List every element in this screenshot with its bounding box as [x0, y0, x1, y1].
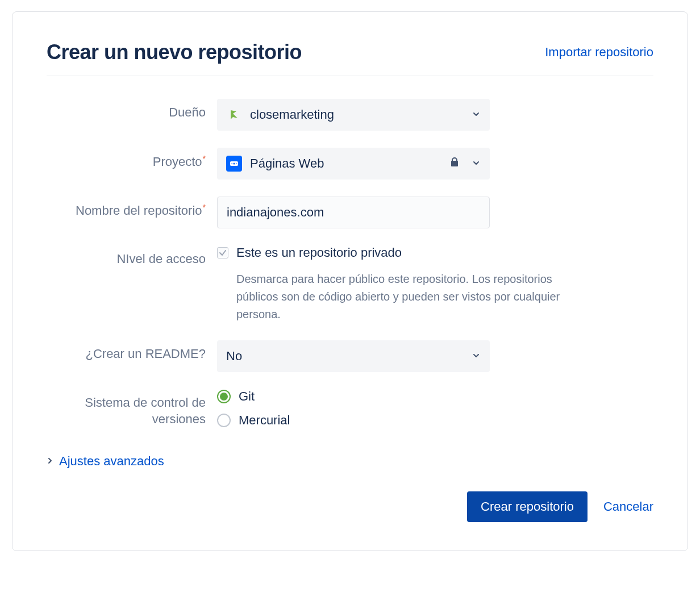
cancel-link[interactable]: Cancelar [603, 499, 653, 514]
readme-value: No [226, 349, 242, 364]
owner-avatar-icon [226, 107, 242, 123]
project-avatar-icon [226, 156, 242, 172]
owner-label: Dueño [47, 99, 217, 121]
footer: Crear repositorio Cancelar [47, 491, 653, 522]
access-row: NIvel de acceso Este es un repositorio p… [47, 245, 653, 323]
vcs-mercurial-label: Mercurial [239, 413, 290, 428]
vcs-label: Sistema de control de versiones [47, 389, 217, 427]
vcs-mercurial-radio[interactable]: Mercurial [217, 413, 490, 428]
import-repo-link[interactable]: Importar repositorio [545, 45, 653, 60]
repo-name-label: Nombre del repositorio* [47, 197, 217, 219]
access-label: NIvel de acceso [47, 245, 217, 268]
private-checkbox-label: Este es un repositorio privado [236, 245, 402, 260]
required-star-icon: * [203, 203, 206, 212]
advanced-settings-label: Ajustes avanzados [59, 454, 164, 469]
project-value: Páginas Web [250, 156, 324, 171]
create-repo-panel: Crear un nuevo repositorio Importar repo… [12, 11, 688, 551]
owner-value: closemarketing [250, 107, 334, 122]
lock-icon [449, 156, 460, 171]
required-star-icon: * [203, 154, 206, 163]
project-select[interactable]: Páginas Web [217, 148, 490, 180]
svg-point-1 [234, 163, 235, 165]
vcs-row: Sistema de control de versiones Git Merc… [47, 389, 653, 437]
owner-row: Dueño closemarketing [47, 99, 653, 131]
create-repo-button[interactable]: Crear repositorio [467, 491, 588, 522]
chevron-down-icon [472, 107, 481, 122]
chevron-right-icon [47, 456, 53, 466]
readme-label: ¿Crear un README? [47, 340, 217, 362]
vcs-git-label: Git [239, 389, 255, 404]
page-title: Crear un nuevo repositorio [47, 40, 302, 64]
repo-name-row: Nombre del repositorio* [47, 197, 653, 228]
radio-checked-icon [217, 390, 231, 403]
readme-row: ¿Crear un README? No [47, 340, 653, 372]
owner-select[interactable]: closemarketing [217, 99, 490, 131]
project-row: Proyecto* Páginas Web [47, 148, 653, 180]
advanced-settings-toggle[interactable]: Ajustes avanzados [47, 454, 653, 469]
vcs-git-radio[interactable]: Git [217, 389, 490, 404]
chevron-down-icon [472, 156, 481, 171]
access-help-text: Desmarca para hacer público este reposit… [236, 270, 589, 323]
chevron-down-icon [472, 349, 481, 364]
radio-unchecked-icon [217, 414, 231, 427]
private-checkbox[interactable] [217, 247, 228, 258]
header: Crear un nuevo repositorio Importar repo… [47, 40, 653, 76]
readme-select[interactable]: No [217, 340, 490, 372]
svg-rect-2 [452, 161, 457, 166]
project-label: Proyecto* [47, 148, 217, 170]
repo-name-input[interactable] [217, 197, 490, 228]
